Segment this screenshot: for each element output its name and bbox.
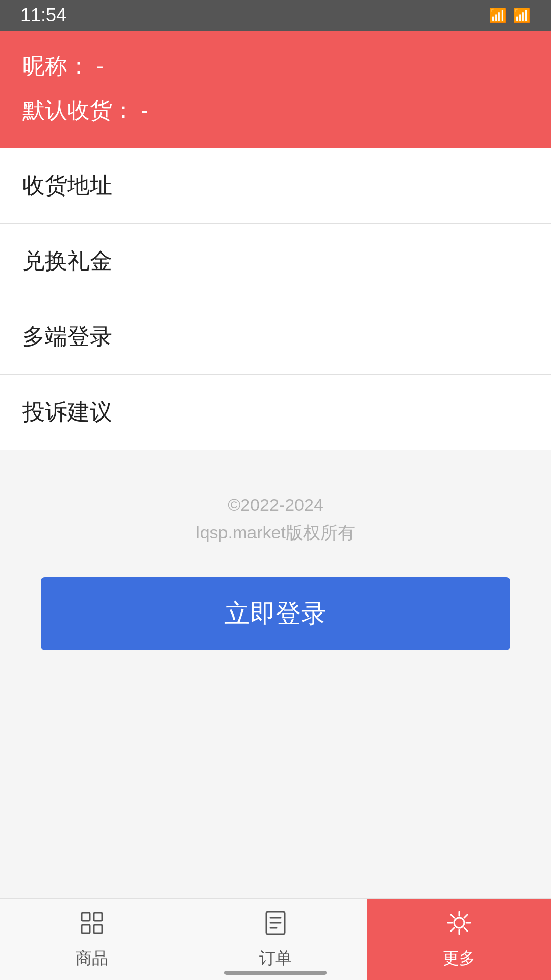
menu-item-redeem-gift[interactable]: 兑换礼金 — [0, 224, 551, 299]
svg-rect-3 — [94, 925, 102, 933]
svg-rect-0 — [82, 913, 90, 921]
nav-item-products[interactable]: 商品 — [0, 899, 184, 980]
copyright-line1: ©2022-2024 — [196, 491, 355, 519]
more-icon — [446, 910, 472, 942]
nickname-label: 昵称： — [22, 53, 90, 78]
svg-line-14 — [464, 928, 467, 931]
address-label: 默认收货： — [22, 97, 135, 122]
products-label: 商品 — [76, 947, 108, 970]
orders-icon — [262, 910, 289, 942]
svg-line-15 — [464, 915, 467, 918]
nav-item-more[interactable]: 更多 — [367, 899, 551, 980]
menu-list: 收货地址 兑换礼金 多端登录 投诉建议 — [0, 148, 551, 450]
address-value: - — [141, 97, 148, 122]
shipping-address-label: 收货地址 — [22, 170, 112, 201]
signal-icon: 📶 — [513, 7, 531, 24]
status-bar: 11:54 📶 📶 — [0, 0, 551, 31]
nickname-row: 昵称： - — [22, 51, 529, 81]
menu-item-shipping-address[interactable]: 收货地址 — [0, 148, 551, 224]
svg-line-16 — [451, 928, 454, 931]
login-button[interactable]: 立即登录 — [41, 577, 510, 650]
menu-item-multi-login[interactable]: 多端登录 — [0, 299, 551, 375]
copyright-line2: lqsp.market版权所有 — [196, 519, 355, 546]
complaint-label: 投诉建议 — [22, 397, 112, 427]
bottom-nav: 商品 订单 更多 — [0, 898, 551, 980]
profile-header: 昵称： - 默认收货： - — [0, 31, 551, 148]
copyright-text: ©2022-2024 lqsp.market版权所有 — [196, 491, 355, 547]
menu-item-complaint[interactable]: 投诉建议 — [0, 375, 551, 450]
wifi-icon: 📶 — [489, 7, 507, 24]
status-icons: 📶 📶 — [489, 7, 531, 24]
svg-line-13 — [451, 915, 454, 918]
products-icon — [79, 910, 105, 942]
svg-point-8 — [454, 918, 464, 928]
orders-label: 订单 — [259, 947, 292, 970]
multi-login-label: 多端登录 — [22, 322, 112, 352]
svg-rect-2 — [94, 913, 102, 921]
status-time: 11:54 — [20, 5, 66, 26]
content-area: ©2022-2024 lqsp.market版权所有 立即登录 — [0, 450, 551, 898]
svg-rect-1 — [82, 925, 90, 933]
nav-item-orders[interactable]: 订单 — [184, 899, 367, 980]
nickname-value: - — [96, 53, 104, 78]
home-indicator — [224, 971, 327, 975]
more-label: 更多 — [443, 947, 475, 970]
address-row: 默认收货： - — [22, 95, 529, 126]
copyright-section: ©2022-2024 lqsp.market版权所有 立即登录 — [0, 450, 551, 898]
redeem-gift-label: 兑换礼金 — [22, 246, 112, 276]
